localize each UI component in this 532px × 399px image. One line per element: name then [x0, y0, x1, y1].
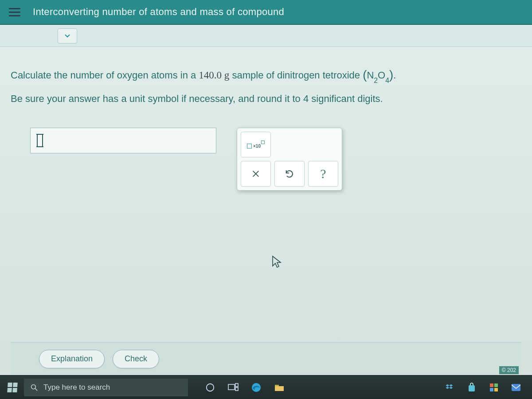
undo-button[interactable] — [274, 161, 305, 187]
placeholder-box-icon — [247, 144, 252, 149]
tool-panel: ×10 ? — [237, 128, 342, 191]
edge-icon — [251, 382, 262, 393]
x10-label: ×10 — [253, 144, 261, 149]
svg-rect-13 — [512, 384, 520, 391]
clear-button[interactable] — [241, 161, 271, 187]
exponent-box-icon — [261, 141, 265, 144]
close-icon — [251, 169, 260, 178]
windows-taskbar: Type here to search — [0, 375, 532, 399]
svg-rect-8 — [469, 385, 475, 391]
store-icon — [467, 383, 476, 392]
mouse-cursor-icon — [271, 255, 283, 269]
tray-app-1[interactable] — [439, 378, 460, 397]
cortana-button[interactable] — [200, 378, 221, 397]
svg-line-1 — [35, 388, 37, 391]
svg-rect-3 — [228, 384, 235, 390]
windows-logo-icon — [7, 383, 18, 392]
taskbar-search[interactable]: Type here to search — [24, 379, 188, 396]
task-view-icon — [228, 383, 239, 392]
svg-rect-11 — [490, 388, 493, 391]
tray-app-2[interactable] — [461, 378, 482, 397]
grid-icon — [490, 383, 498, 391]
sci-notation-button[interactable]: ×10 — [241, 132, 271, 157]
svg-rect-5 — [235, 387, 238, 391]
undo-icon — [285, 169, 294, 179]
chevron-down-icon — [63, 32, 71, 40]
task-view-button[interactable] — [223, 378, 244, 397]
chemical-formula: (N2O4). — [363, 70, 396, 81]
problem-footer: Explanation Check © 202 — [11, 342, 521, 375]
folder-icon — [274, 383, 285, 392]
problem-statement: Calculate the number of oxygen atoms in … — [11, 63, 521, 86]
dropbox-icon — [445, 383, 454, 392]
svg-point-2 — [207, 383, 214, 391]
edge-app-icon[interactable] — [246, 378, 267, 397]
dropdown-toggle[interactable] — [58, 28, 77, 43]
answer-input-box[interactable] — [30, 128, 216, 153]
system-tray — [439, 378, 528, 397]
check-button[interactable]: Check — [113, 350, 159, 368]
search-placeholder: Type here to search — [43, 383, 110, 392]
problem-text-prefix: Calculate the number of oxygen atoms in … — [11, 70, 199, 81]
svg-rect-9 — [490, 383, 493, 387]
tray-app-3[interactable] — [483, 378, 505, 397]
text-cursor-icon — [37, 134, 43, 147]
start-button[interactable] — [4, 379, 21, 396]
circle-icon — [205, 383, 215, 392]
svg-rect-12 — [494, 388, 498, 391]
help-button[interactable]: ? — [308, 161, 338, 187]
file-explorer-icon[interactable] — [269, 378, 290, 397]
problem-text-mid: sample of dinitrogen tetroxide — [232, 70, 363, 81]
lesson-title: Interconverting number of atoms and mass… — [33, 6, 284, 18]
lesson-header: Interconverting number of atoms and mass… — [0, 0, 532, 25]
tab-row — [0, 25, 532, 47]
answer-input[interactable] — [43, 128, 210, 153]
menu-icon[interactable] — [9, 8, 20, 16]
taskbar-apps — [200, 378, 290, 397]
question-mark-icon: ? — [320, 166, 326, 181]
copyright-text: © 202 — [499, 366, 519, 374]
svg-rect-10 — [494, 383, 498, 387]
mass-value: 140.0 g — [199, 70, 229, 81]
work-row: ×10 ? — [11, 128, 521, 191]
problem-area: Calculate the number of oxygen atoms in … — [0, 47, 532, 375]
mail-icon — [511, 383, 521, 391]
svg-rect-4 — [235, 383, 238, 387]
tray-app-4[interactable] — [505, 378, 527, 397]
search-icon — [30, 383, 38, 391]
problem-hint: Be sure your answer has a unit symbol if… — [11, 90, 521, 108]
explanation-button[interactable]: Explanation — [39, 350, 105, 368]
svg-rect-7 — [275, 385, 279, 386]
